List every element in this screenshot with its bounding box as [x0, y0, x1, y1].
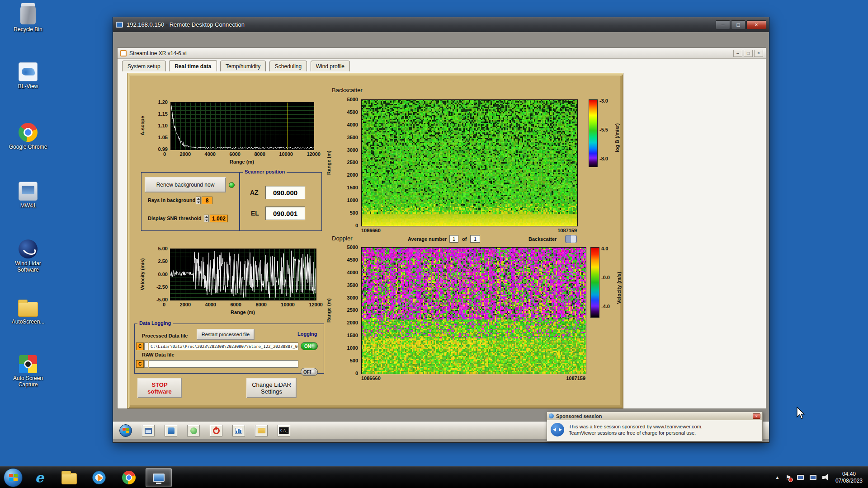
tab-temp-humidity[interactable]: Temp/humidity: [220, 61, 266, 71]
el-label: EL: [251, 210, 259, 217]
labview-vi-icon: [120, 50, 127, 56]
doppler-x-range: 1086660 1087159: [361, 375, 585, 381]
rays-spinner[interactable]: [196, 197, 201, 204]
taskbar-google-chrome[interactable]: [116, 468, 142, 487]
taskbar-windows-explorer[interactable]: [56, 468, 82, 487]
desktop-icon-wind-lidar[interactable]: Wind Lidar Software: [4, 239, 52, 273]
rdp-restore-button[interactable]: □: [731, 20, 745, 29]
backscatter-display-toggle[interactable]: [565, 235, 577, 243]
tab-real-time-data[interactable]: Real time data: [169, 60, 217, 71]
doppler-colorbar: [590, 247, 599, 318]
tab-strip: System setup Real time data Temp/humidit…: [122, 60, 351, 72]
remote-taskbar-green-app-icon[interactable]: [187, 425, 200, 436]
a-scope-x-axis-label: Range (m): [170, 159, 313, 164]
raw-logging-toggle[interactable]: OFF: [301, 368, 318, 376]
remote-taskbar-folder-icon[interactable]: [255, 425, 268, 436]
remote-taskbar-window-icon[interactable]: [142, 425, 155, 436]
vi-restore-button[interactable]: □: [744, 50, 753, 57]
teamviewer-popup-title-bar[interactable]: Sponsored session ×: [547, 412, 762, 420]
display-snr-threshold-value[interactable]: 1.002: [210, 215, 228, 222]
velocity-y-axis-label: Velocity (m/s): [139, 249, 146, 300]
doppler-x-start: 1086660: [361, 375, 381, 381]
remote-taskbar-app-icon[interactable]: [165, 425, 177, 436]
average-number-field[interactable]: 1: [449, 235, 458, 243]
chrome-icon: [122, 471, 136, 484]
power-icon: [213, 427, 220, 434]
raw-data-file-path[interactable]: [149, 360, 298, 368]
volume-icon[interactable]: [822, 474, 830, 481]
change-lidar-settings-button[interactable]: Change LiDAR Settings: [246, 378, 297, 398]
desktop-icon-label: Auto Screen Capture: [4, 375, 52, 388]
backscatter-x-range: 1086660 1087159: [361, 228, 577, 233]
desktop-icon-auto-screen-capture[interactable]: Auto Screen Capture: [4, 355, 52, 388]
show-hidden-icons-button[interactable]: ▲: [775, 475, 779, 480]
backscatter-toggle-label: Backscatter: [528, 236, 557, 242]
rdp-title-bar[interactable]: 192.168.0.150 - Remote Desktop Connectio…: [113, 17, 769, 32]
processed-browse-button[interactable]: [144, 343, 148, 350]
stop-software-button[interactable]: STOP software: [137, 378, 182, 398]
teamviewer-message-line1: This was a free session sponsored by www…: [569, 423, 703, 430]
taskbar-remote-desktop[interactable]: [146, 468, 172, 487]
processed-drive-selector[interactable]: C: [136, 343, 144, 350]
desktop-icon-label: AutoScreen...: [4, 319, 52, 325]
vi-window-title: StreamLine XR v14-6.vi: [129, 50, 732, 56]
average-total-field[interactable]: 1: [470, 235, 480, 243]
clock-time: 04:40: [835, 471, 863, 478]
vi-title-bar[interactable]: StreamLine XR v14-6.vi – □ ×: [118, 48, 766, 59]
el-value-field[interactable]: 090.001: [265, 206, 305, 220]
change-lidar-line1: Change LiDAR: [252, 381, 291, 388]
remote-desktop-area: StreamLine XR v14-6.vi – □ × System setu…: [113, 32, 769, 442]
desktop-icon-bl-view[interactable]: BL-View: [4, 62, 52, 89]
teamviewer-popup-close-button[interactable]: ×: [753, 413, 760, 419]
remote-start-button[interactable]: [119, 424, 132, 437]
folder-icon: [258, 428, 265, 433]
velocity-y-ticks: 5.002.500.00-2.50-5.00: [147, 246, 168, 302]
taskbar-clock[interactable]: 04:40 07/08/2023: [835, 471, 863, 484]
taskbar-internet-explorer[interactable]: e: [26, 468, 52, 487]
backscatter-x-start: 1086660: [361, 228, 381, 233]
app-icon: [168, 427, 175, 434]
remote-taskbar-chart-icon[interactable]: [232, 425, 245, 436]
tab-wind-profile[interactable]: Wind profile: [311, 61, 350, 71]
vi-close-button[interactable]: ×: [754, 50, 763, 57]
desktop-icon-autoscreen[interactable]: AutoScreen...: [4, 298, 52, 325]
desktop-icon-google-chrome[interactable]: Google Chrome: [4, 123, 52, 150]
network-icon[interactable]: [797, 475, 804, 480]
internet-explorer-icon: e: [35, 469, 43, 485]
processed-logging-toggle[interactable]: ON: [301, 342, 318, 350]
window-icon: [145, 428, 152, 434]
vi-minimize-button[interactable]: –: [733, 50, 742, 57]
snr-spinner[interactable]: [204, 215, 209, 222]
data-logging-group: Data Logging Processed Data file Restart…: [134, 324, 324, 374]
scanner-position-group-label: Scanner position: [243, 169, 287, 174]
action-center-flag-icon[interactable]: ⚑: [785, 474, 791, 481]
scanner-position-group: Scanner position AZ 090.000 EL 090.001: [240, 172, 322, 231]
renew-background-button[interactable]: Renew background now: [145, 177, 226, 192]
wind-lidar-icon: [19, 239, 38, 258]
processed-data-file-path[interactable]: C:\Lidar\Data\Proc\2023\202308\20230807\…: [149, 343, 298, 350]
az-value-field[interactable]: 090.000: [265, 186, 305, 199]
tab-system-setup[interactable]: System setup: [122, 61, 166, 71]
remote-taskbar-command-prompt[interactable]: C:\_: [278, 425, 290, 436]
remote-desktop-icon: [153, 474, 165, 482]
a-scope-plot: [170, 102, 314, 150]
backscatter-y-axis-label: Range (m): [325, 99, 333, 225]
backscatter-y-ticks: 5000450040003500300025002000150010005000: [335, 97, 358, 228]
taskbar-media-player[interactable]: [86, 468, 112, 487]
rays-in-background-label: Rays in background: [148, 197, 195, 203]
start-button[interactable]: [4, 468, 23, 487]
rays-in-background-value[interactable]: 8: [202, 197, 212, 204]
backscatter-colorbar-ticks: -3.0-5.5-8.0: [599, 98, 615, 161]
teamviewer-dot-icon: [549, 413, 554, 418]
remote-taskbar-power-icon[interactable]: [210, 425, 222, 436]
restart-processed-file-button[interactable]: Restart processed file: [197, 329, 255, 340]
tab-scheduling[interactable]: Scheduling: [269, 61, 307, 71]
raw-browse-button[interactable]: [144, 360, 148, 368]
desktop-icon-recycle-bin[interactable]: Recycle Bin: [4, 5, 52, 33]
desktop-icon-mw41[interactable]: MW41: [4, 182, 52, 209]
rdp-minimize-button[interactable]: –: [716, 20, 730, 29]
display-icon[interactable]: [810, 475, 816, 480]
stop-software-line2: software: [147, 388, 171, 395]
raw-drive-selector[interactable]: C: [136, 360, 144, 368]
rdp-close-button[interactable]: ×: [746, 20, 766, 29]
